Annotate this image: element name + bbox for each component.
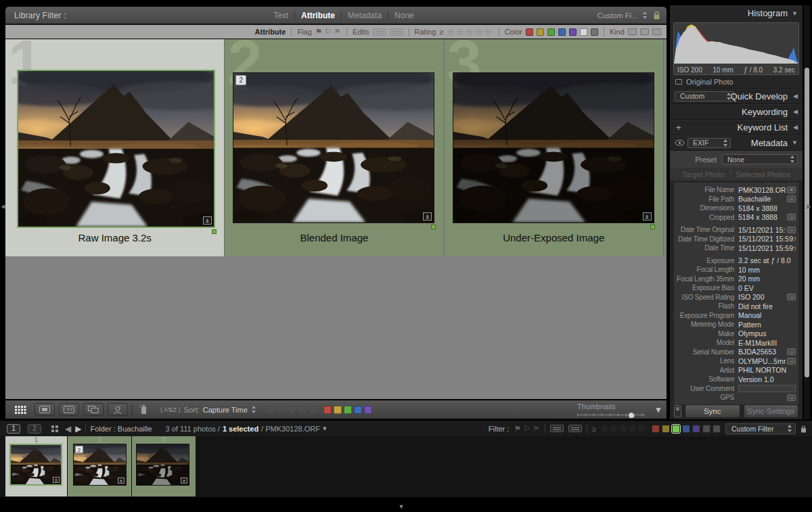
- metadata-preset-dropdown[interactable]: None: [722, 154, 798, 164]
- photo-thumbnail[interactable]: 2±: [233, 72, 434, 223]
- original-photo-checkbox[interactable]: [675, 79, 682, 85]
- kind-video-icon[interactable]: [652, 28, 661, 35]
- color-filter-swatches[interactable]: [526, 28, 598, 36]
- right-panel-scrollbar-thumb[interactable]: [805, 68, 809, 377]
- metadata-field-value[interactable]: Olympus: [738, 329, 796, 338]
- grid-view-button[interactable]: [10, 403, 30, 416]
- filmstrip-filter-preset-dropdown[interactable]: Custom Filter: [725, 423, 796, 434]
- filmstrip-thumbnail[interactable]: ±: [136, 444, 189, 486]
- main-window-button[interactable]: 1: [7, 424, 20, 434]
- chevron-left-icon[interactable]: ◀: [793, 108, 798, 115]
- sync-settings-button[interactable]: Sync Settings: [744, 404, 799, 418]
- filmstrip-color-swatch-6[interactable]: [713, 425, 721, 433]
- filter-tab-metadata[interactable]: Metadata: [348, 11, 382, 20]
- field-action-arrow-icon[interactable]: →: [787, 227, 796, 233]
- toolbar-options-arrow[interactable]: ▼: [654, 405, 662, 415]
- sort-value-dropdown[interactable]: Capture Time: [203, 406, 248, 414]
- rating-operator[interactable]: ≥: [439, 28, 443, 36]
- metadata-field-value[interactable]: PHIL NORTON: [738, 366, 796, 374]
- toolbar-color-swatch-0[interactable]: [323, 406, 332, 414]
- metadata-field-value[interactable]: 15/11/2021 15:59:08: [738, 244, 796, 252]
- grid-cell-2[interactable]: 2 2±Blended Image: [225, 39, 444, 256]
- toolbar-color-swatch-3[interactable]: [354, 406, 362, 414]
- grid-view-shortcut-icon[interactable]: [51, 425, 58, 432]
- kind-master-icon[interactable]: [628, 28, 637, 35]
- field-menu-icon[interactable]: ≡: [787, 187, 796, 193]
- target-photo-button[interactable]: Target Photo: [682, 170, 724, 179]
- metadata-field-value[interactable]: 15/11/2021 15:59:08: [738, 235, 796, 243]
- grid-cell-1[interactable]: 1 ±Raw Image 3.2s: [5, 39, 225, 256]
- selected-photos-button[interactable]: Selected Photos: [736, 170, 790, 179]
- edited-photos-icon[interactable]: [373, 28, 386, 36]
- filmstrip-thumbnail[interactable]: 2±: [73, 444, 127, 486]
- histogram-header[interactable]: Histogram ▼: [670, 5, 803, 21]
- filmstrip-color-swatch-2[interactable]: [672, 425, 680, 433]
- metadata-field-value[interactable]: E-M1MarkIII: [738, 339, 796, 347]
- chevron-updown-icon[interactable]: [642, 11, 648, 19]
- kind-virtual-copy-icon[interactable]: [640, 28, 649, 35]
- field-action-arrow-icon[interactable]: →: [787, 294, 796, 300]
- filmstrip-rating-operator[interactable]: ≥: [592, 425, 596, 433]
- metadata-field-value[interactable]: 3.2 sec at ƒ / 8.0: [738, 256, 796, 264]
- toolbar-color-swatch-1[interactable]: [334, 406, 342, 414]
- metadata-field-value[interactable]: 20 mm: [738, 275, 796, 283]
- filter-tab-none[interactable]: None: [394, 11, 414, 20]
- filmstrip-color-swatch-0[interactable]: [652, 425, 660, 433]
- color-label-chip[interactable]: [650, 225, 655, 229]
- people-view-button[interactable]: [108, 403, 128, 416]
- flag-unflagged-icon[interactable]: ⚐: [325, 27, 332, 37]
- go-back-arrow[interactable]: ◀: [65, 424, 71, 434]
- filter-preset-dropdown[interactable]: Custom Fi...: [597, 11, 637, 20]
- photo-thumbnail[interactable]: ±: [17, 70, 215, 228]
- thumbnail-size-slider[interactable]: [577, 413, 645, 417]
- color-swatch-4[interactable]: [569, 28, 577, 36]
- metadata-field-value[interactable]: Buachaille: [738, 195, 786, 203]
- metadata-field-value[interactable]: ISO 200: [738, 293, 786, 301]
- auto-sync-toggle[interactable]: [674, 405, 681, 417]
- metadata-header[interactable]: EXIF Metadata ▼: [670, 135, 803, 150]
- compare-view-button[interactable]: XY: [59, 403, 79, 416]
- toolbar-color-swatches[interactable]: [323, 406, 372, 414]
- flag-filter-icons[interactable]: ⚑⚐⚑: [315, 27, 341, 37]
- metadata-field-value[interactable]: PMK30128.ORF: [738, 186, 786, 194]
- filmstrip-unedited-icon[interactable]: [568, 425, 582, 432]
- flag-rejected-icon[interactable]: ⚑: [334, 27, 341, 37]
- field-action-arrow-icon[interactable]: →: [787, 394, 796, 401]
- quick-develop-header[interactable]: Custom Quick Develop ◀: [670, 88, 803, 103]
- filmstrip-cell-2[interactable]: 2 2±: [68, 436, 132, 496]
- filmstrip-edited-icon[interactable]: [550, 425, 564, 432]
- folder-breadcrumb[interactable]: Folder : Buachaille: [90, 425, 152, 433]
- histogram-chart[interactable]: ISO 200 10 mm ƒ / 8.0 3.2 sec: [673, 22, 799, 75]
- selection-status[interactable]: 3 of 111 photos / 1 selected / PMK30128.…: [166, 424, 327, 433]
- chevron-updown-icon[interactable]: [251, 406, 257, 413]
- color-swatch-6[interactable]: [591, 28, 598, 36]
- filmstrip-color-swatches[interactable]: [652, 425, 721, 433]
- photo-thumbnail[interactable]: ±: [453, 72, 654, 223]
- original-photo-row[interactable]: Original Photo: [670, 75, 803, 88]
- field-action-arrow-icon[interactable]: →: [787, 348, 796, 355]
- filter-tab-text[interactable]: Text: [273, 11, 288, 20]
- filmstrip-color-swatch-3[interactable]: [682, 425, 690, 433]
- metadata-field-input[interactable]: [738, 385, 796, 392]
- add-keyword-button[interactable]: +: [676, 122, 681, 133]
- painter-spray-icon[interactable]: [139, 403, 147, 416]
- lock-icon[interactable]: [653, 11, 660, 20]
- filmstrip-color-swatch-1[interactable]: [662, 425, 670, 433]
- quick-develop-preset-dropdown[interactable]: Custom: [675, 91, 734, 101]
- color-swatch-5[interactable]: [580, 28, 587, 36]
- metadata-field-value[interactable]: 0 EV: [738, 284, 796, 292]
- chevron-left-icon[interactable]: ◀: [793, 124, 798, 131]
- filmstrip-rating-stars[interactable]: ☆☆☆☆☆: [601, 423, 647, 434]
- slider-knob[interactable]: [629, 413, 634, 418]
- metadata-field-value[interactable]: Did not fire: [738, 302, 796, 310]
- metadata-field-value[interactable]: Pattern: [738, 321, 796, 329]
- unedited-photos-icon[interactable]: [390, 28, 403, 36]
- second-window-button[interactable]: 2: [28, 424, 41, 434]
- chevron-down-icon[interactable]: ▼: [792, 10, 798, 17]
- color-swatch-1[interactable]: [537, 28, 544, 36]
- filmstrip-flag-icons[interactable]: ⚑⚐⚑: [514, 424, 539, 434]
- flag-picked-icon[interactable]: ⚑: [315, 27, 323, 37]
- chevron-left-icon[interactable]: ◀: [793, 93, 798, 99]
- flag-picked-icon[interactable]: ⚑: [514, 424, 521, 434]
- metadata-field-value[interactable]: 15/11/2021 15:59:08: [738, 226, 786, 234]
